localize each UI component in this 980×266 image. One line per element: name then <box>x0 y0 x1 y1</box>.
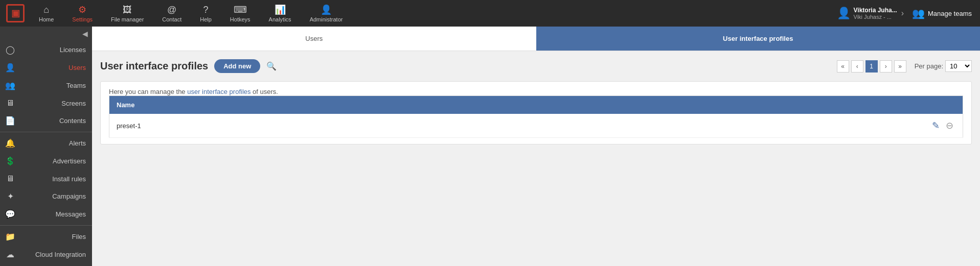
nav-items: ⌂ Home ⚙ Settings 🖼 File manager @ Conta… <box>31 2 837 25</box>
nav-item-file-manager[interactable]: 🖼 File manager <box>103 3 152 25</box>
contact-icon: @ <box>167 5 176 15</box>
sidebar-label-campaigns: Campaigns <box>19 192 86 200</box>
administrator-icon: 👤 <box>321 4 332 15</box>
sidebar-item-cloud-integration[interactable]: ☁ Cloud Integration <box>0 246 92 263</box>
nav-item-help[interactable]: ? Help <box>192 3 220 25</box>
nav-label-settings: Settings <box>72 16 93 22</box>
row-actions: ✎ ⊖ <box>531 114 963 138</box>
page-title: User interface profiles <box>100 60 208 72</box>
sidebar-item-contents[interactable]: 📄 Contents <box>0 112 92 130</box>
nav-item-contact[interactable]: @ Contact <box>154 3 190 25</box>
chevron-right-icon: › <box>901 9 904 18</box>
alerts-icon: 🔔 <box>5 138 15 148</box>
tab-users[interactable]: Users <box>92 27 536 51</box>
nav-label-help: Help <box>200 16 212 22</box>
sidebar-label-install-rules: Install rules <box>19 175 86 183</box>
screens-icon: 🖥 <box>5 99 15 108</box>
tab-users-label: Users <box>305 35 323 42</box>
analytics-icon: 📊 <box>275 4 286 15</box>
tab-user-interface-profiles[interactable]: User interface profiles <box>536 27 981 51</box>
nav-label-contact: Contact <box>162 16 181 22</box>
sidebar-divider-2 <box>0 225 92 226</box>
sidebar-label-screens: Screens <box>19 100 86 107</box>
edit-button[interactable]: ✎ <box>930 119 942 132</box>
sidebar-label-alerts: Alerts <box>19 139 86 147</box>
data-table: Name preset-1 ✎ ⊖ <box>109 95 963 138</box>
sidebar-item-files[interactable]: 📁 Files <box>0 228 92 246</box>
delete-button[interactable]: ⊖ <box>944 119 955 132</box>
main-layout: ◀ ◯ Licenses 👤 Users 👥 Teams 🖥 Screens 📄… <box>0 27 980 266</box>
pagination: « ‹ 1 › » Per page: 10 25 50 100 <box>837 60 972 72</box>
table-header: Name <box>109 96 963 114</box>
sidebar-item-install-rules[interactable]: 🖥 Install rules <box>0 170 92 187</box>
sidebar-item-messages[interactable]: 💬 Messages <box>0 205 92 223</box>
nav-item-hotkeys[interactable]: ⌨ Hotkeys <box>222 2 259 25</box>
nav-label-hotkeys: Hotkeys <box>230 16 250 22</box>
info-text: Here you can manage the user interface p… <box>109 88 963 95</box>
sidebar-collapse-button[interactable]: ◀ <box>82 30 88 38</box>
app-logo[interactable]: ▣ <box>4 2 27 25</box>
sidebar: ◀ ◯ Licenses 👤 Users 👥 Teams 🖥 Screens 📄… <box>0 27 92 266</box>
tab-user-interface-profiles-label: User interface profiles <box>723 35 793 42</box>
sidebar-item-users[interactable]: 👤 Users <box>0 59 92 77</box>
user-info[interactable]: 👤 Viktoria Juha... Viki Juhasz - ... <box>837 7 897 20</box>
per-page-select[interactable]: 10 25 50 100 <box>945 60 972 72</box>
sidebar-label-advertisers: Advertisers <box>19 157 86 165</box>
nav-item-settings[interactable]: ⚙ Settings <box>64 2 101 25</box>
manage-teams-icon: 👥 <box>912 7 925 19</box>
pagination-first-button[interactable]: « <box>837 60 849 72</box>
table-row: preset-1 ✎ ⊖ <box>109 114 963 138</box>
licenses-icon: ◯ <box>5 45 15 55</box>
home-icon: ⌂ <box>43 5 49 15</box>
pagination-current-button[interactable]: 1 <box>865 60 878 72</box>
sidebar-item-campaigns[interactable]: ✦ Campaigns <box>0 187 92 205</box>
pagination-prev-button[interactable]: ‹ <box>851 60 863 72</box>
search-button[interactable]: 🔍 <box>266 61 277 71</box>
settings-icon: ⚙ <box>78 4 86 15</box>
per-page-label: Per page: <box>915 62 943 70</box>
sidebar-divider-1 <box>0 132 92 132</box>
nav-label-analytics: Analytics <box>269 16 291 22</box>
sidebar-label-cloud-integration: Cloud Integration <box>19 251 86 258</box>
pagination-next-button[interactable]: › <box>880 60 892 72</box>
file-manager-icon: 🖼 <box>123 5 132 15</box>
sidebar-collapse: ◀ <box>0 27 92 41</box>
manage-teams-label: Manage teams <box>928 10 972 17</box>
column-header-name: Name <box>109 96 531 114</box>
nav-item-home[interactable]: ⌂ Home <box>31 3 62 25</box>
sidebar-label-files: Files <box>19 233 86 240</box>
cloud-integration-icon: ☁ <box>5 250 15 259</box>
table-body: preset-1 ✎ ⊖ <box>109 114 963 138</box>
pagination-last-button[interactable]: » <box>894 60 906 72</box>
user-avatar-icon: 👤 <box>837 7 851 20</box>
sidebar-item-alerts[interactable]: 🔔 Alerts <box>0 134 92 152</box>
sidebar-item-teams[interactable]: 👥 Teams <box>0 77 92 94</box>
sidebar-label-users: Users <box>19 64 86 71</box>
user-text: Viktoria Juha... Viki Juhasz - ... <box>854 7 897 20</box>
sidebar-label-messages: Messages <box>19 210 86 218</box>
sidebar-item-advertisers[interactable]: 💲 Advertisers <box>0 152 92 170</box>
nav-item-administrator[interactable]: 👤 Administrator <box>302 2 351 25</box>
nav-item-analytics[interactable]: 📊 Analytics <box>261 2 300 25</box>
advertisers-icon: 💲 <box>5 156 15 166</box>
nav-label-administrator: Administrator <box>310 16 343 22</box>
top-navigation: ▣ ⌂ Home ⚙ Settings 🖼 File manager @ Con… <box>0 0 980 27</box>
tabs: Users User interface profiles <box>92 27 980 51</box>
nav-right: 👤 Viktoria Juha... Viki Juhasz - ... › 👥… <box>837 5 976 21</box>
main-content: Users User interface profiles User inter… <box>92 27 980 266</box>
search-icon: 🔍 <box>266 62 277 70</box>
sidebar-item-screens[interactable]: 🖥 Screens <box>0 94 92 112</box>
info-link[interactable]: user interface profiles <box>187 88 250 95</box>
user-sub: Viki Juhasz - ... <box>854 14 897 20</box>
teams-icon: 👥 <box>5 81 15 90</box>
install-rules-icon: 🖥 <box>5 174 15 183</box>
hotkeys-icon: ⌨ <box>234 4 247 15</box>
contents-icon: 📄 <box>5 116 15 126</box>
add-new-button[interactable]: Add new <box>214 59 260 73</box>
manage-teams-button[interactable]: 👥 Manage teams <box>908 5 976 21</box>
sidebar-item-licenses[interactable]: ◯ Licenses <box>0 41 92 59</box>
page-header: User interface profiles Add new 🔍 « ‹ 1 … <box>100 59 972 73</box>
column-header-actions <box>531 96 963 114</box>
user-name: Viktoria Juha... <box>854 7 897 14</box>
content-area: User interface profiles Add new 🔍 « ‹ 1 … <box>92 51 980 266</box>
